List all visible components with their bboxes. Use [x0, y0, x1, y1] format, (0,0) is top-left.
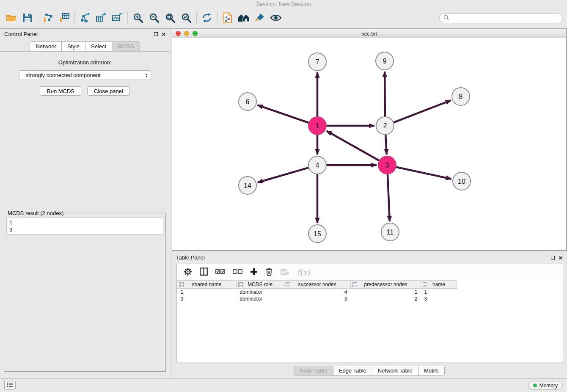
- select-all-button[interactable]: [215, 269, 225, 276]
- network-canvas[interactable]: 7968124314101511: [172, 38, 566, 250]
- column-header-mcds-role[interactable]: MCDS role: [237, 281, 284, 289]
- function-builder-button[interactable]: f(x): [297, 268, 310, 277]
- network-node-7[interactable]: 7: [308, 53, 326, 71]
- open-session-button[interactable]: [3, 10, 19, 27]
- status-menu-button[interactable]: [4, 381, 16, 390]
- column-header-successor-nodes[interactable]: successor nodes: [284, 281, 351, 289]
- column-header-name[interactable]: name: [421, 281, 457, 289]
- network-node-2[interactable]: 2: [376, 117, 394, 135]
- visibility-button[interactable]: [268, 10, 284, 27]
- show-columns-button[interactable]: [200, 268, 208, 277]
- table-panel: Table Panel ×: [172, 252, 567, 378]
- mcds-result-title: MCDS result (2 nodes): [6, 210, 65, 216]
- network-edge-4-14[interactable]: [258, 168, 309, 182]
- network-edge-3-10[interactable]: [396, 167, 451, 179]
- close-window-icon[interactable]: ×: [176, 31, 181, 36]
- network-edge-2-8[interactable]: [393, 100, 451, 123]
- cell-shared-name[interactable]: 3: [177, 295, 237, 302]
- tab-style[interactable]: Style: [61, 41, 85, 51]
- run-mcds-button[interactable]: Run MCDS: [40, 86, 81, 96]
- cell-shared-name[interactable]: 1: [177, 289, 237, 295]
- zoom-in-button[interactable]: [130, 10, 146, 27]
- add-column-button[interactable]: [250, 268, 258, 277]
- export-image-button[interactable]: [109, 10, 125, 27]
- cell-predecessor-nodes[interactable]: 2: [351, 295, 421, 302]
- export-table-button[interactable]: [93, 10, 109, 27]
- memory-button[interactable]: Memory: [528, 381, 563, 390]
- delete-column-button[interactable]: [265, 268, 273, 277]
- cell-name[interactable]: 1: [421, 289, 457, 295]
- network-node-10[interactable]: 10: [453, 172, 471, 190]
- tab-edge-table[interactable]: Edge Table: [333, 366, 372, 375]
- table-panel-title: Table Panel: [176, 254, 205, 261]
- export-network-button[interactable]: [77, 10, 93, 27]
- table-row[interactable]: 1 dominator 4 1 1: [177, 289, 457, 295]
- node-label-15: 15: [314, 230, 321, 237]
- table-row[interactable]: 3 dominator 3 2 3: [177, 295, 457, 302]
- column-header-shared-name[interactable]: shared name: [177, 281, 237, 289]
- search-input[interactable]: [451, 15, 559, 22]
- cell-name[interactable]: 3: [421, 295, 457, 302]
- node-label-3: 3: [385, 162, 389, 169]
- network-node-8[interactable]: 8: [452, 88, 470, 105]
- node-label-11: 11: [387, 229, 394, 236]
- close-panel-icon[interactable]: ×: [162, 32, 165, 37]
- network-node-6[interactable]: 6: [239, 93, 256, 110]
- cell-successor-nodes[interactable]: 4: [284, 289, 351, 295]
- float-table-panel-icon[interactable]: [551, 256, 555, 259]
- network-node-11[interactable]: 11: [381, 223, 399, 241]
- network-edge-2-9[interactable]: [385, 72, 385, 117]
- apply-style-button[interactable]: [252, 10, 268, 27]
- mcds-result-list[interactable]: 1 3: [6, 218, 163, 235]
- node-label-10: 10: [458, 178, 465, 185]
- network-window-titlebar[interactable]: × − + scc.txt: [172, 29, 566, 38]
- column-header-predecessor-nodes[interactable]: predecessor nodes: [351, 281, 421, 289]
- tab-mcds[interactable]: MCDS: [112, 41, 140, 51]
- network-node-15[interactable]: 15: [308, 225, 326, 243]
- folder-open-icon: [6, 13, 17, 24]
- list-icon: [7, 382, 13, 389]
- zoom-out-button[interactable]: [146, 10, 162, 27]
- optimization-dropdown[interactable]: strongly connected component ▲▼: [19, 70, 151, 80]
- deselect-all-button[interactable]: [233, 269, 242, 276]
- zoom-selected-button[interactable]: [178, 10, 194, 27]
- network-edge-3-11[interactable]: [388, 174, 390, 221]
- delete-table-button[interactable]: [281, 268, 289, 276]
- table-settings-button[interactable]: [184, 268, 192, 277]
- cell-successor-nodes[interactable]: 3: [284, 295, 351, 302]
- trash-icon: [265, 268, 273, 277]
- refresh-button[interactable]: [199, 10, 215, 27]
- import-table-button[interactable]: [56, 10, 72, 27]
- save-disk-icon: [22, 13, 33, 24]
- tab-select[interactable]: Select: [85, 41, 112, 51]
- network-node-14[interactable]: 14: [239, 177, 256, 194]
- network-edge-3-1[interactable]: [327, 131, 380, 161]
- maximize-window-icon[interactable]: +: [193, 31, 198, 36]
- fx-icon: f(x): [297, 268, 310, 277]
- neighbors-button[interactable]: [236, 10, 252, 27]
- network-node-1[interactable]: 1: [308, 117, 326, 135]
- tab-network[interactable]: Network: [30, 41, 62, 51]
- network-node-3[interactable]: 3: [378, 156, 396, 174]
- import-network-button[interactable]: [40, 10, 56, 27]
- cell-predecessor-nodes[interactable]: 1: [351, 289, 421, 295]
- zoom-fit-button[interactable]: [162, 10, 178, 27]
- network-edge-1-6[interactable]: [258, 105, 310, 123]
- style-brush-icon: [254, 12, 265, 25]
- float-panel-icon[interactable]: [154, 32, 158, 36]
- tab-network-table[interactable]: Network Table: [372, 366, 418, 375]
- network-document-button[interactable]: [220, 10, 236, 27]
- network-edge-2-3[interactable]: [385, 134, 387, 155]
- minimize-window-icon[interactable]: −: [184, 31, 189, 36]
- tab-motifs[interactable]: Motifs: [418, 366, 445, 375]
- cell-mcds-role[interactable]: dominator: [237, 289, 284, 295]
- network-node-4[interactable]: 4: [308, 156, 326, 174]
- network-node-9[interactable]: 9: [376, 52, 394, 70]
- network-window-title: scc.txt: [361, 30, 377, 37]
- search-box[interactable]: [439, 13, 563, 23]
- close-panel-button[interactable]: Close panel: [87, 86, 130, 96]
- cell-mcds-role[interactable]: dominator: [237, 295, 284, 302]
- save-session-button[interactable]: [19, 10, 36, 27]
- tab-node-table[interactable]: Node Table: [294, 366, 333, 375]
- close-table-panel-icon[interactable]: ×: [559, 255, 562, 260]
